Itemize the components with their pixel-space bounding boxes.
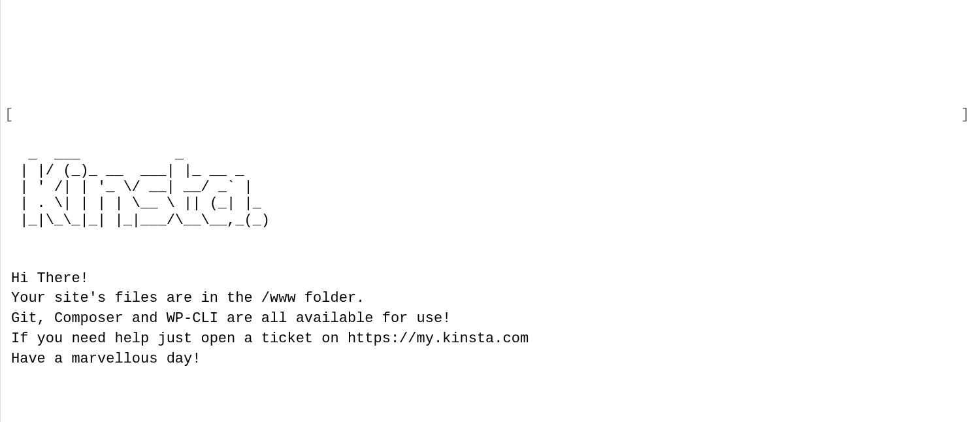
motd-line-3: Git, Composer and WP-CLI are all availab… [11, 310, 451, 327]
terminal-window[interactable]: [ ] _ ___ _ | |/ (_)_ __ ___| |_ __ _ | … [11, 86, 970, 422]
ascii-line-3: | ' /| | '_ \/ __| __/ _` | [11, 179, 253, 195]
ascii-art-banner: _ ___ _ | |/ (_)_ __ ___| |_ __ _ | ' /|… [11, 146, 970, 229]
motd-line-4: If you need help just open a ticket on h… [11, 331, 529, 347]
motd-line-5: Have a marvellous day! [11, 351, 201, 367]
ascii-line-4: | . \| | | | \__ \ || (_| |_ [11, 195, 261, 212]
bracket-left: [ [5, 105, 13, 125]
motd-line-1: Hi There! [11, 270, 89, 287]
blank-line [11, 389, 970, 410]
ascii-line-1: _ ___ _ [11, 146, 184, 163]
blank-line [11, 249, 970, 269]
motd-line-2: Your site's files are in the /www folder… [11, 290, 365, 306]
ascii-line-2: | |/ (_)_ __ ___| |_ __ _ [11, 163, 244, 179]
motd-greeting: Hi There! Your site's files are in the /… [11, 269, 970, 370]
ascii-line-5: |_|\_\_|_| |_|___/\__\__,_(_) [11, 212, 270, 229]
bracket-right: ] [961, 105, 970, 125]
